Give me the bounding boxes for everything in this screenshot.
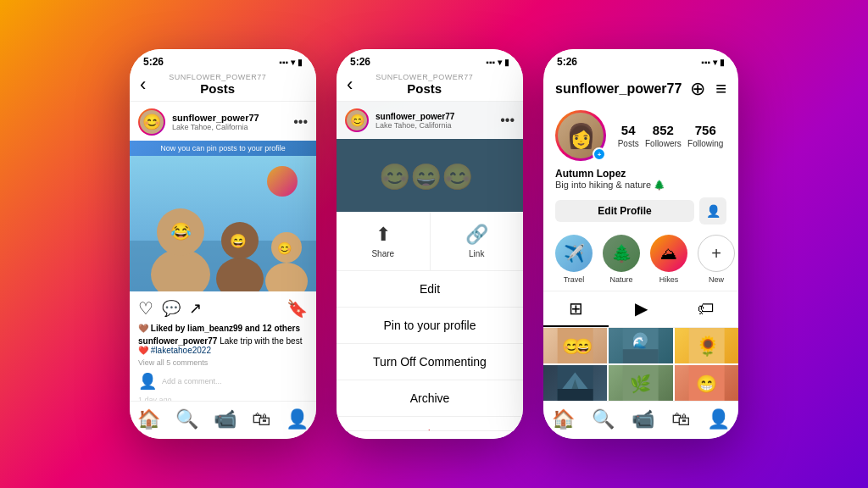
archive-sheet-item[interactable]: Archive (337, 380, 523, 417)
wifi-icon-2: ▾ (498, 58, 502, 67)
header-username-1: SUNFLOWER_POWER77 (169, 73, 266, 81)
pin-sheet-item[interactable]: Pin to your profile (337, 308, 523, 344)
grid-item-6[interactable]: 😁 (675, 365, 738, 401)
like-button-1[interactable]: ♡ (138, 298, 153, 319)
grid-item-5[interactable]: 🌿 (609, 365, 672, 401)
profile-nav-3[interactable]: 👤 (707, 408, 730, 430)
post-container-1: 😊 sunflower_power77 Lake Tahoe, Californ… (130, 102, 316, 401)
bookmark-button-1[interactable]: 🔖 (287, 298, 308, 319)
battery-icon-2: ▮ (504, 58, 509, 67)
timestamp-1: 1 day ago (130, 394, 316, 401)
signal-icon-2: ▪▪▪ (486, 58, 495, 67)
battery-icon-3: ▮ (720, 58, 725, 67)
action-sheet: ⬆ Share 🔗 Link Edit Pin to your profile … (337, 212, 523, 430)
posts-count: 54 (621, 123, 636, 137)
profile-tabs: ⊞ ▶ 🏷 (543, 291, 738, 328)
edit-profile-button[interactable]: Edit Profile (555, 200, 694, 222)
grid-item-4[interactable] (543, 365, 607, 401)
menu-button[interactable]: ≡ (715, 78, 726, 100)
avatar-ring-1: 😊 (138, 108, 165, 136)
back-button-2[interactable]: ‹ (347, 74, 353, 96)
post-user-info-1: sunflower_power77 Lake Tahoe, California (172, 113, 259, 131)
dark-image-svg: 😊😄😊 (337, 139, 523, 212)
story-circle-nature: 🌲 (603, 235, 640, 272)
svg-text:🌿: 🌿 (630, 374, 652, 394)
reels-nav-1[interactable]: 📹 (214, 408, 236, 430)
post-avatar-2: 😊 (345, 108, 369, 132)
search-nav-1[interactable]: 🔍 (175, 408, 198, 430)
reels-nav-3[interactable]: 📹 (632, 408, 654, 430)
comment-button-1[interactable]: 💬 (162, 299, 181, 318)
delete-sheet-item[interactable]: Delete (337, 417, 523, 430)
status-bar-3: 5:26 ▪▪▪ ▾ ▮ (543, 49, 738, 71)
story-circle-new: + (698, 235, 735, 272)
battery-icon: ▮ (298, 58, 303, 67)
phone-3: 5:26 ▪▪▪ ▾ ▮ sunflower_power77 ⊕ ≡ 👩 + (543, 49, 738, 439)
profile-nav-1[interactable]: 👤 (286, 408, 309, 430)
post-header-1: 😊 sunflower_power77 Lake Tahoe, Californ… (130, 102, 316, 141)
search-nav-3[interactable]: 🔍 (592, 408, 615, 430)
photo-grid: 😊 😄 🌊 🌻 (543, 328, 738, 401)
post-image-svg: 😂 😄 😊 (130, 156, 316, 291)
posts-stat[interactable]: 54 Posts (618, 123, 639, 148)
add-comment-1[interactable]: 👤 Add a comment... (130, 369, 316, 394)
add-person-icon: 👤 (706, 204, 721, 218)
svg-text:😄: 😄 (574, 337, 593, 356)
link-sheet-button[interactable]: 🔗 Link (431, 212, 524, 270)
story-item-nature[interactable]: 🌲 Nature (603, 235, 640, 284)
profile-stats-row: 👩 + 54 Posts 852 Followers 756 Following (543, 103, 738, 168)
status-bar-1: 5:26 ▪▪▪ ▾ ▮ (130, 49, 316, 71)
tab-tagged[interactable]: 🏷 (673, 291, 738, 327)
profile-actions: ⊕ ≡ (690, 78, 726, 100)
pin-banner: Now you can pin posts to your profile (130, 141, 316, 156)
more-options-2[interactable]: ••• (500, 113, 515, 128)
signal-icon-3: ▪▪▪ (701, 58, 710, 67)
story-item-new[interactable]: + New (698, 235, 735, 284)
turn-off-commenting-sheet-item[interactable]: Turn Off Commenting (337, 344, 523, 380)
avatar-image-1: 😊 (140, 110, 164, 134)
following-stat[interactable]: 756 Following (687, 123, 723, 148)
caption-1: sunflower_power77 Lake trip with the bes… (130, 335, 316, 357)
grid-item-3[interactable]: 🌻 (675, 328, 738, 363)
home-nav-1[interactable]: 🏠 (137, 408, 160, 430)
phone-1: 5:26 ▪▪▪ ▾ ▮ ‹ SUNFLOWER_POWER77 Posts 😊 (130, 49, 316, 439)
bio-text: Big into hiking & nature 🌲 (555, 180, 726, 191)
story-label-travel: Travel (564, 275, 585, 284)
phone-2: 5:26 ▪▪▪ ▾ ▮ ‹ SUNFLOWER_POWER77 Posts (337, 49, 523, 439)
avatar-badge: + (593, 147, 606, 161)
edit-profile-row: Edit Profile 👤 (543, 197, 738, 231)
status-icons-2: ▪▪▪ ▾ ▮ (486, 58, 509, 67)
avatar-img-2: 😊 (347, 110, 367, 130)
tab-reels[interactable]: ▶ (609, 291, 674, 327)
home-nav-3[interactable]: 🏠 (552, 408, 575, 430)
view-comments-1[interactable]: View all 5 comments (130, 357, 316, 369)
grid-item-1[interactable]: 😊 😄 (543, 328, 607, 363)
share-sheet-button[interactable]: ⬆ Share (337, 212, 431, 270)
edit-sheet-item[interactable]: Edit (337, 271, 523, 308)
shop-nav-3[interactable]: 🛍 (671, 408, 690, 430)
bottom-bar-2 (337, 430, 523, 439)
story-item-travel[interactable]: ✈️ Travel (555, 235, 593, 284)
back-button-1[interactable]: ‹ (140, 74, 146, 96)
followers-stat[interactable]: 852 Followers (645, 123, 682, 148)
following-label: Following (687, 139, 723, 148)
action-bar-1: ♡ 💬 ↗ 🔖 (130, 291, 316, 322)
nav-header-2: ‹ SUNFLOWER_POWER77 Posts (337, 71, 523, 102)
svg-text:😊: 😊 (277, 241, 292, 256)
svg-rect-25 (558, 389, 593, 401)
profile-header-top: sunflower_power77 ⊕ ≡ (543, 71, 738, 103)
link-sheet-icon: 🔗 (465, 224, 488, 246)
story-item-hikes[interactable]: ⛰ Hikes (650, 235, 687, 284)
status-time-2: 5:26 (350, 56, 370, 68)
more-options-1[interactable]: ••• (293, 114, 308, 130)
profile-username: sunflower_power77 (555, 81, 682, 97)
grid-item-2[interactable]: 🌊 (609, 328, 672, 363)
shop-nav-1[interactable]: 🛍 (252, 408, 270, 430)
post-image-1: 😂 😄 😊 (130, 156, 316, 291)
new-post-button[interactable]: ⊕ (690, 78, 705, 100)
tab-grid[interactable]: ⊞ (543, 291, 609, 327)
post-image-2: 😊 sunflower_power77 Lake Tahoe, Californ… (337, 102, 523, 212)
action-sheet-content: 😊 sunflower_power77 Lake Tahoe, Californ… (337, 102, 523, 430)
share-button-1[interactable]: ↗ (189, 299, 202, 318)
add-person-button[interactable]: 👤 (699, 197, 726, 225)
